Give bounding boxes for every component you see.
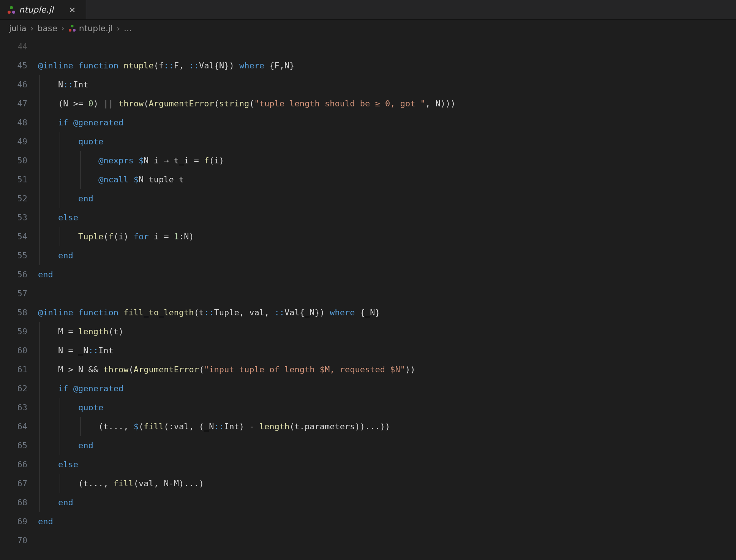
code-line[interactable]: if @generated bbox=[38, 113, 736, 132]
code-text: N = _N::Int bbox=[38, 346, 114, 355]
code-line[interactable]: @inline function ntuple(f::F, ::Val{N}) … bbox=[38, 56, 736, 75]
code-text: @inline function ntuple(f::F, ::Val{N}) … bbox=[38, 61, 295, 70]
code-text: (t..., fill(val, N-M)...) bbox=[38, 479, 204, 488]
code-line[interactable]: N = _N::Int bbox=[38, 341, 736, 360]
code-text: if @generated bbox=[38, 118, 123, 127]
line-number: 68 bbox=[0, 493, 27, 512]
code-text: (N >= 0) || throw(ArgumentError(string("… bbox=[38, 99, 455, 108]
line-number: 55 bbox=[0, 246, 27, 265]
code-text: N::Int bbox=[38, 80, 88, 89]
line-number: 48 bbox=[0, 113, 27, 132]
code-text: @inline function fill_to_length(t::Tuple… bbox=[38, 308, 380, 317]
line-number: 69 bbox=[0, 512, 27, 531]
code-text: end bbox=[38, 498, 73, 507]
code-text: @ncall $N tuple t bbox=[38, 175, 184, 184]
line-number: 45 bbox=[0, 56, 27, 75]
line-number: 46 bbox=[0, 75, 27, 94]
code-editor[interactable]: 4445464748495051525354555657585960616263… bbox=[0, 36, 736, 560]
code-line[interactable]: end bbox=[38, 436, 736, 455]
tab-bar: ntuple.jl × bbox=[0, 0, 736, 20]
breadcrumb-file[interactable]: ntuple.jl bbox=[79, 22, 113, 35]
breadcrumb[interactable]: julia › base › ntuple.jl › ... bbox=[0, 20, 736, 36]
tab-title: ntuple.jl bbox=[19, 3, 54, 16]
code-line[interactable]: N::Int bbox=[38, 75, 736, 94]
line-number: 59 bbox=[0, 322, 27, 341]
code-line[interactable]: else bbox=[38, 208, 736, 227]
code-line[interactable] bbox=[38, 37, 736, 56]
code-line[interactable]: (N >= 0) || throw(ArgumentError(string("… bbox=[38, 94, 736, 113]
code-line[interactable]: (t..., fill(val, N-M)...) bbox=[38, 474, 736, 493]
code-text: else bbox=[38, 213, 78, 222]
code-line[interactable]: end bbox=[38, 265, 736, 284]
code-text: quote bbox=[38, 403, 103, 412]
code-text: (t..., $(fill(:val, (_N::Int) - length(t… bbox=[38, 422, 390, 431]
code-line[interactable]: @inline function fill_to_length(t::Tuple… bbox=[38, 303, 736, 322]
line-number: 44 bbox=[0, 37, 27, 56]
line-number: 63 bbox=[0, 398, 27, 417]
line-number: 52 bbox=[0, 189, 27, 208]
line-number: 70 bbox=[0, 531, 27, 550]
line-number: 57 bbox=[0, 284, 27, 303]
julia-icon bbox=[69, 25, 76, 32]
chevron-right-icon: › bbox=[29, 22, 35, 35]
line-number: 51 bbox=[0, 170, 27, 189]
code-line[interactable]: quote bbox=[38, 132, 736, 151]
code-text: end bbox=[38, 517, 53, 526]
code-line[interactable]: @ncall $N tuple t bbox=[38, 170, 736, 189]
line-number: 58 bbox=[0, 303, 27, 322]
line-number-gutter: 4445464748495051525354555657585960616263… bbox=[0, 37, 38, 560]
code-line[interactable]: quote bbox=[38, 398, 736, 417]
code-text: end bbox=[38, 270, 53, 279]
line-number: 50 bbox=[0, 151, 27, 170]
code-line[interactable]: end bbox=[38, 189, 736, 208]
code-line[interactable] bbox=[38, 531, 736, 550]
line-number: 61 bbox=[0, 360, 27, 379]
code-line[interactable]: (t..., $(fill(:val, (_N::Int) - length(t… bbox=[38, 417, 736, 436]
code-text: Tuple(f(i) for i = 1:N) bbox=[38, 232, 194, 241]
code-text: end bbox=[38, 251, 73, 260]
line-number: 56 bbox=[0, 265, 27, 284]
code-text: quote bbox=[38, 137, 103, 146]
chevron-right-icon: › bbox=[60, 22, 66, 35]
code-line[interactable]: end bbox=[38, 512, 736, 531]
code-line[interactable]: M > N && throw(ArgumentError("input tupl… bbox=[38, 360, 736, 379]
code-area[interactable]: @inline function ntuple(f::F, ::Val{N}) … bbox=[38, 37, 736, 560]
code-line[interactable]: else bbox=[38, 455, 736, 474]
code-text: M = length(t) bbox=[38, 327, 123, 336]
code-line[interactable] bbox=[38, 284, 736, 303]
breadcrumb-tail[interactable]: ... bbox=[124, 22, 132, 35]
line-number: 60 bbox=[0, 341, 27, 360]
code-line[interactable]: Tuple(f(i) for i = 1:N) bbox=[38, 227, 736, 246]
line-number: 54 bbox=[0, 227, 27, 246]
code-line[interactable]: end bbox=[38, 493, 736, 512]
breadcrumb-segment[interactable]: julia bbox=[9, 22, 27, 35]
code-text: M > N && throw(ArgumentError("input tupl… bbox=[38, 365, 415, 374]
breadcrumb-segment[interactable]: base bbox=[38, 22, 57, 35]
code-line[interactable]: @nexprs $N i → t_i = f(i) bbox=[38, 151, 736, 170]
code-text: else bbox=[38, 460, 78, 469]
tab-ntuple[interactable]: ntuple.jl × bbox=[0, 0, 86, 19]
code-text: end bbox=[38, 441, 93, 450]
line-number: 66 bbox=[0, 455, 27, 474]
code-line[interactable]: if @generated bbox=[38, 379, 736, 398]
code-text: @nexprs $N i → t_i = f(i) bbox=[38, 156, 224, 165]
code-line[interactable]: M = length(t) bbox=[38, 322, 736, 341]
chevron-right-icon: › bbox=[115, 22, 122, 35]
line-number: 53 bbox=[0, 208, 27, 227]
close-icon[interactable]: × bbox=[69, 6, 76, 14]
code-text: if @generated bbox=[38, 384, 123, 393]
line-number: 47 bbox=[0, 94, 27, 113]
line-number: 65 bbox=[0, 436, 27, 455]
line-number: 67 bbox=[0, 474, 27, 493]
code-text: end bbox=[38, 194, 93, 203]
julia-icon bbox=[8, 6, 15, 14]
line-number: 49 bbox=[0, 132, 27, 151]
code-line[interactable]: end bbox=[38, 246, 736, 265]
line-number: 62 bbox=[0, 379, 27, 398]
line-number: 64 bbox=[0, 417, 27, 436]
